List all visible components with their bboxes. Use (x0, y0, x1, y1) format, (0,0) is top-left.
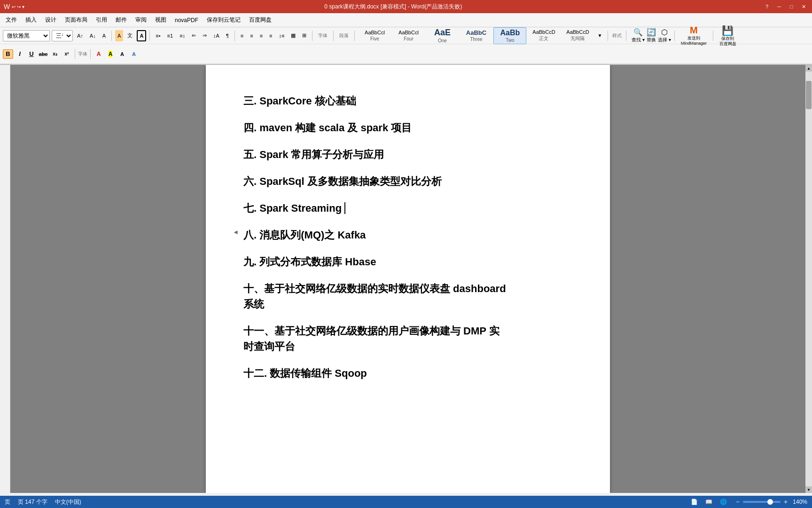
view-icon-read[interactable]: 📖 (705, 499, 712, 505)
menu-mail[interactable]: 邮件 (112, 15, 131, 25)
style-wujian[interactable]: AaBbCcD 无间隔 (561, 27, 594, 44)
status-bar: 页 页 147 个字 中文(中国) 📄 📖 🌐 － ＋ 140% (0, 496, 812, 508)
scrollbar-vertical[interactable]: ▲ ▼ (805, 65, 812, 493)
highlight-color-btn[interactable]: A (105, 49, 116, 59)
paragraph-mark: ◂ (234, 227, 237, 237)
para-shading-btn[interactable]: ▦ (289, 30, 298, 41)
font-name-select[interactable]: 微软雅黑 (3, 30, 50, 41)
style-zhengwen[interactable]: AaBbCcD 正文 (527, 27, 560, 44)
increase-indent-btn[interactable]: ⇒ (200, 30, 209, 41)
scrollbar-down[interactable]: ▼ (805, 486, 812, 493)
style-one[interactable]: AaE One (426, 27, 459, 44)
highlight-btn[interactable]: A (115, 30, 123, 41)
sep-styles-end (608, 31, 608, 41)
scrollbar-thumb[interactable] (806, 81, 812, 109)
menu-cloud-save[interactable]: 保存到云笔记 (203, 15, 244, 25)
find-btn[interactable]: 🔍 查找 ▾ (632, 28, 645, 43)
highlight-color-icon: A (109, 51, 113, 57)
show-marks-btn[interactable]: ¶ (224, 30, 231, 41)
doc-area: 三. SparkCore 核心基础 四. maven 构建 scala 及 sp… (0, 65, 812, 493)
menu-references[interactable]: 引用 (92, 15, 111, 25)
restore-button[interactable]: □ (787, 2, 796, 11)
doc-page[interactable]: 三. SparkCore 核心基础 四. maven 构建 scala 及 sp… (206, 65, 610, 493)
style-three[interactable]: AaBbC Three (460, 27, 492, 44)
section-label-font: 字体 (316, 30, 330, 41)
title-bar-left: W ↩ ↪ ▾ (4, 3, 24, 10)
select-btn[interactable]: ⬡ 选择 ▾ (658, 28, 671, 43)
replace-btn[interactable]: 🔄 替换 (647, 28, 656, 43)
subscript-btn[interactable]: x₂ (50, 49, 60, 59)
list-item: 六. SparkSql 及多数据集抽象类型对比分析 (243, 174, 572, 189)
scrollbar-up[interactable]: ▲ (805, 65, 812, 71)
zoom-in-btn[interactable]: ＋ (782, 498, 789, 506)
font-color-btn[interactable]: A (94, 49, 104, 59)
doc-content: 三. SparkCore 核心基础 四. maven 构建 scala 及 sp… (243, 93, 572, 381)
menu-layout[interactable]: 页面布局 (61, 15, 91, 25)
mindmanager-btn[interactable]: M 发送到MindManager (678, 24, 710, 47)
font-format-btn[interactable]: A (100, 30, 108, 41)
select-label: 选择 ▾ (658, 37, 671, 43)
line-spacing-btn[interactable]: ↕≡ (277, 30, 287, 41)
font-section-label: 字体 (78, 51, 87, 57)
zoom-out-btn[interactable]: － (734, 498, 741, 506)
decrease-indent-btn[interactable]: ⇐ (189, 30, 198, 41)
find-label: 查找 ▾ (632, 37, 645, 43)
save-baidu-btn[interactable]: 💾 保存到百度网盘 (717, 24, 739, 48)
list-item: 四. maven 构建 scala 及 spark 项目 (243, 120, 572, 135)
styles-more-btn[interactable]: ▼ (595, 30, 604, 41)
align-right-btn[interactable]: ≡ (258, 30, 265, 41)
multilevel-btn[interactable]: ≡↕ (177, 30, 187, 41)
style-four[interactable]: AaBbCcl Four (392, 27, 425, 44)
bullets-btn[interactable]: ≡• (153, 30, 163, 41)
menu-file[interactable]: 文件 (2, 15, 21, 25)
list-item: 十、基于社交网络亿级数据的实时数据仪表盘 dashboard系统 (243, 281, 572, 312)
align-left-btn[interactable]: ≡ (238, 30, 246, 41)
sort-btn[interactable]: ↕A (211, 30, 222, 41)
text-effect-btn[interactable]: A (129, 49, 139, 59)
superscript-btn[interactable]: x² (62, 49, 72, 59)
minimize-button[interactable]: ─ (774, 2, 784, 11)
style-two[interactable]: AaBb Two (493, 27, 526, 44)
char-border-btn[interactable]: A (137, 30, 146, 41)
font-size-select[interactable]: 三号 (52, 30, 73, 41)
decrease-font-btn[interactable]: A↓ (87, 30, 98, 41)
list-item: 五. Spark 常用算子分析与应用 (243, 147, 572, 162)
zoom-slider[interactable] (743, 501, 781, 503)
close-button[interactable]: ✕ (799, 2, 808, 11)
mindmanager-icon: M (690, 25, 698, 36)
menu-insert[interactable]: 插入 (22, 15, 40, 25)
replace-label: 替换 (647, 37, 656, 43)
menu-review[interactable]: 审阅 (132, 15, 150, 25)
help-button[interactable]: ? (762, 2, 772, 11)
menu-design[interactable]: 设计 (41, 15, 60, 25)
justify-btn[interactable]: ≡ (267, 30, 274, 41)
title-bar-controls: ? ─ □ ✕ (762, 2, 808, 11)
sep3 (234, 31, 235, 41)
title-bar: W ↩ ↪ ▾ 0 spark课程大纲.docx [兼容模式] - Word(产… (0, 0, 812, 13)
increase-font-btn[interactable]: A↑ (75, 30, 86, 41)
styles-section-label: 样式 (611, 32, 623, 40)
menu-novapdf[interactable]: novaPDF (171, 16, 202, 25)
select-icon: ⬡ (661, 28, 668, 37)
italic-btn[interactable]: I (15, 49, 25, 59)
title-bar-title: 0 spark课程大纲.docx [兼容模式] - Word(产品激活失败) (24, 3, 762, 11)
word-icon: W (4, 3, 10, 10)
view-icon-print[interactable]: 📄 (691, 499, 698, 505)
view-icon-web[interactable]: 🌐 (720, 499, 727, 505)
menu-view[interactable]: 视图 (151, 15, 170, 25)
style-five[interactable]: AaBbCcl Five (358, 27, 391, 44)
list-item: 十一、基于社交网络亿级数据的用户画像构建与 DMP 实时查询平台 (243, 323, 572, 354)
align-center-btn[interactable]: ≡ (248, 30, 255, 41)
underline-btn[interactable]: U (26, 49, 37, 59)
bold-btn[interactable]: B (3, 49, 13, 59)
borders-btn[interactable]: ⊞ (300, 30, 309, 41)
numbering-btn[interactable]: ≡1 (165, 30, 176, 41)
menu-baidu[interactable]: 百度网盘 (245, 15, 275, 25)
strikethrough-btn[interactable]: abc (38, 49, 48, 59)
style-two-preview: AaBb (500, 28, 520, 37)
char-spacing-btn[interactable]: 文 (125, 30, 135, 41)
char-shading-btn[interactable]: A (117, 49, 127, 59)
doc-scroll[interactable]: 三. SparkCore 核心基础 四. maven 构建 scala 及 sp… (10, 65, 805, 493)
save-baidu-label: 保存到百度网盘 (719, 36, 736, 47)
zoom-thumb[interactable] (767, 499, 773, 505)
